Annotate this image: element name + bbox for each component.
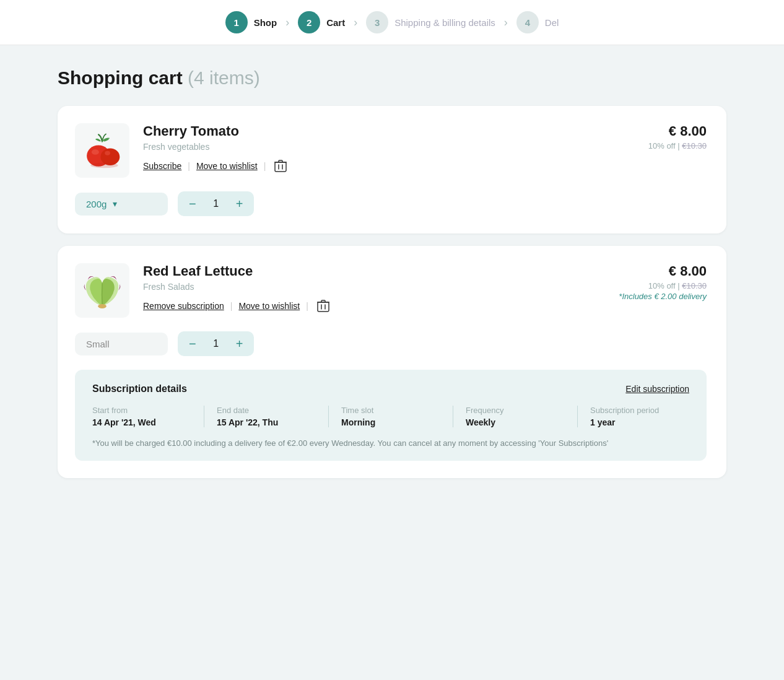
item-details-tomato: Cherry Tomato Fresh vegetables Subscribe… [143,123,606,173]
item-name-lettuce: Red Leaf Lettuce [143,263,605,279]
step-2-label: Cart [326,17,345,28]
step-4-label: Del [545,17,559,28]
cart-item-red-leaf-lettuce: Red Leaf Lettuce Fresh Salads Remove sub… [58,246,726,478]
step-cart[interactable]: 2 Cart [298,11,345,33]
chevron-icon-2: › [354,16,357,29]
step-4-circle: 4 [516,11,539,33]
sub-fields: Start from 14 Apr '21, Wed End date 15 A… [92,406,689,427]
step-shop[interactable]: 1 Shop [225,11,277,33]
chevron-icon-1: › [285,16,289,29]
step-1-label: Shop [254,17,277,28]
trash-icon-tomato [274,159,287,173]
item-price-col-lettuce: € 8.00 10% off | €10.30 *Includes € 2.00… [619,263,707,301]
step-1-circle: 1 [225,11,248,33]
item-details-lettuce: Red Leaf Lettuce Fresh Salads Remove sub… [143,263,605,313]
svg-rect-5 [275,162,286,172]
item-image-lettuce [75,263,129,318]
svg-point-3 [105,151,110,155]
page-title: Shopping cart (4 items) [58,68,726,89]
price-meta-tomato: 10% off | €10.30 [620,141,707,150]
sub-field-label-period: Subscription period [590,406,689,415]
sub-field-end: End date 15 Apr '22, Thu [217,406,329,427]
qty-decrease-tomato[interactable]: − [178,191,207,216]
main-content: Shopping cart (4 items) [20,45,764,515]
remove-subscription-button[interactable]: Remove subscription [143,301,224,311]
wishlist-button-lettuce[interactable]: Move to wishlist [238,301,300,311]
delete-button-lettuce[interactable] [317,299,329,313]
item-bottom-row-tomato: 200g ▾ − 1 + [75,191,707,216]
item-category-tomato: Fresh vegetables [143,142,606,152]
wishlist-button-tomato[interactable]: Move to wishlist [196,161,258,171]
item-top-row-lettuce: Red Leaf Lettuce Fresh Salads Remove sub… [75,263,707,318]
price-meta-lettuce: 10% off | €10.30 [619,281,707,290]
subscription-note: *You will be charged €10.00 including a … [92,437,689,450]
size-select-lettuce[interactable]: Small [75,333,168,355]
action-sep-4: | [306,301,308,311]
svg-point-4 [90,163,118,168]
dropdown-chevron-tomato: ▾ [113,199,117,209]
qty-decrease-lettuce[interactable]: − [178,331,207,356]
sub-field-label-timeslot: Time slot [341,406,440,415]
item-category-lettuce: Fresh Salads [143,282,605,292]
item-bottom-row-lettuce: Small − 1 + [75,331,707,356]
item-price-lettuce: € 8.00 [619,263,707,279]
sub-field-label-start: Start from [92,406,191,415]
subscription-details-box: Subscription details Edit subscription S… [75,370,707,461]
sub-field-value-timeslot: Morning [341,417,440,427]
item-top-row: Cherry Tomato Fresh vegetables Subscribe… [75,123,707,178]
delete-button-tomato[interactable] [274,159,287,173]
action-sep-2: | [264,161,266,171]
subscribe-button-tomato[interactable]: Subscribe [143,161,181,171]
stepper: 1 Shop › 2 Cart › 3 Shipping & billing d… [0,0,784,45]
item-actions-lettuce: Remove subscription | Move to wishlist | [143,299,605,313]
step-3-circle: 3 [366,11,388,33]
sub-field-label-end: End date [217,406,316,415]
step-2-circle: 2 [298,11,320,33]
sub-field-label-frequency: Frequency [466,406,565,415]
qty-value-lettuce: 1 [207,338,225,349]
item-image-tomato [75,123,129,178]
cart-item-cherry-tomato: Cherry Tomato Fresh vegetables Subscribe… [58,106,726,233]
sub-field-value-start: 14 Apr '21, Wed [92,417,191,427]
action-sep-3: | [230,301,233,311]
action-sep-1: | [188,161,190,171]
svg-point-2 [92,149,99,155]
chevron-icon-3: › [504,16,508,29]
sub-field-period: Subscription period 1 year [590,406,689,427]
trash-icon-lettuce [317,299,329,313]
step-shipping[interactable]: 3 Shipping & billing details [366,11,495,33]
svg-rect-7 [318,302,329,312]
qty-increase-tomato[interactable]: + [225,191,255,216]
item-name-tomato: Cherry Tomato [143,123,606,139]
size-select-tomato[interactable]: 200g ▾ [75,193,168,216]
step-delivery[interactable]: 4 Del [516,11,559,33]
qty-value-tomato: 1 [207,198,225,209]
svg-point-6 [98,304,107,308]
qty-control-lettuce: − 1 + [178,331,254,356]
sub-box-header: Subscription details Edit subscription [92,383,689,394]
item-price-col-tomato: € 8.00 10% off | €10.30 [620,123,707,150]
sub-field-value-frequency: Weekly [466,417,565,427]
item-price-tomato: € 8.00 [620,123,707,139]
edit-subscription-button[interactable]: Edit subscription [625,384,689,394]
sub-field-value-period: 1 year [590,417,689,427]
price-delivery-lettuce: *Includes € 2.00 delivery [619,292,707,301]
sub-field-frequency: Frequency Weekly [466,406,578,427]
item-actions-tomato: Subscribe | Move to wishlist | [143,159,606,173]
sub-field-timeslot: Time slot Morning [341,406,453,427]
sub-box-title: Subscription details [92,383,187,394]
sub-field-value-end: 15 Apr '22, Thu [217,417,316,427]
qty-control-tomato: − 1 + [178,191,254,216]
step-3-label: Shipping & billing details [394,17,495,28]
qty-increase-lettuce[interactable]: + [225,331,255,356]
sub-field-start: Start from 14 Apr '21, Wed [92,406,204,427]
